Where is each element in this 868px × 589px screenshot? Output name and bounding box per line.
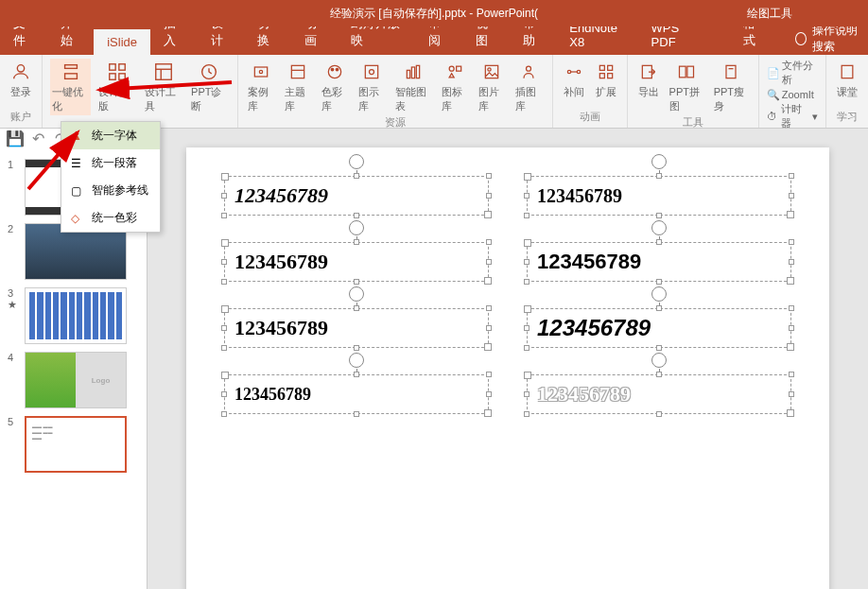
slide-canvas[interactable]: 123456789 123456789 123456789 123456789 … <box>186 147 829 589</box>
vector-lib-button[interactable]: 插图库 <box>513 59 545 115</box>
file-analysis-button[interactable]: 📄文件分析 <box>767 59 818 87</box>
svg-rect-18 <box>366 65 378 78</box>
grid-icon <box>106 61 129 83</box>
svg-rect-25 <box>485 65 497 78</box>
slim-icon <box>720 61 742 83</box>
svg-rect-13 <box>292 65 304 78</box>
rotate-handle[interactable] <box>349 286 364 302</box>
chart-lib-button[interactable]: 图示库 <box>356 59 388 115</box>
tab-islide[interactable]: iSlide <box>94 29 150 55</box>
slide-thumb-5[interactable]: 5 ▬▬ ▬▬▬▬ ▬▬▬▬ <box>0 412 147 476</box>
ribbon: 登录 账户 一键优化 设计排版 设计工具 PPT诊断 <box>0 55 868 129</box>
svg-rect-36 <box>680 66 686 78</box>
svg-rect-38 <box>726 65 736 78</box>
para-icon: ☰ <box>71 157 84 170</box>
slide-thumb-4[interactable]: 4 Logo <box>0 348 147 412</box>
rotate-handle[interactable] <box>651 286 667 302</box>
svg-point-12 <box>259 70 262 73</box>
palette-icon <box>323 61 346 83</box>
diagram-icon <box>360 61 383 83</box>
slide-thumb-3[interactable]: 3★ <box>0 284 147 348</box>
svg-rect-24 <box>457 66 461 71</box>
rotate-handle[interactable] <box>349 220 364 235</box>
svg-point-17 <box>336 68 339 71</box>
ppt-slim-button[interactable]: PPT瘦身 <box>712 59 751 115</box>
svg-point-15 <box>329 65 341 78</box>
analysis-icon: 📄 <box>767 67 778 78</box>
login-button[interactable]: 登录 <box>8 59 34 101</box>
svg-point-28 <box>567 70 570 73</box>
textbox-6[interactable]: 123456789 <box>527 242 791 282</box>
group-account: 账户 <box>10 110 31 124</box>
color-lib-button[interactable]: 色彩库 <box>320 59 351 115</box>
pic-lib-button[interactable]: 图片库 <box>477 59 508 115</box>
unify-font-item[interactable]: ▲ 统一字体 <box>61 122 160 149</box>
zoom-icon: 🔍 <box>767 89 778 100</box>
smart-chart-button[interactable]: 智能图表 <box>393 59 434 115</box>
group-anim: 动画 <box>580 110 600 124</box>
zoomit-button[interactable]: 🔍ZoomIt <box>767 89 818 100</box>
case-icon <box>250 61 272 83</box>
extend-icon <box>595 61 617 83</box>
unify-color-item[interactable]: ◇ 统一色彩 <box>61 204 160 232</box>
user-icon <box>9 61 32 83</box>
icons-icon <box>443 61 466 83</box>
svg-rect-5 <box>109 74 114 79</box>
group-study: 学习 <box>837 110 858 124</box>
ppt-join-button[interactable]: PPT拼图 <box>668 59 706 115</box>
textbox-3[interactable]: 123456789 <box>224 308 489 348</box>
canvas-area[interactable]: 123456789 123456789 123456789 123456789 … <box>148 129 868 589</box>
tell-me[interactable]: 操作说明搜索 <box>795 23 867 55</box>
unify-para-item[interactable]: ☰ 统一段落 <box>61 149 160 177</box>
textbox-2[interactable]: 123456789 <box>224 242 489 282</box>
image-icon <box>480 61 503 83</box>
save-button[interactable]: 💾 <box>8 130 23 146</box>
svg-rect-34 <box>607 74 612 78</box>
onekey-dropdown: ▲ 统一字体 ☰ 统一段落 ▢ 智能参考线 ◇ 统一色彩 <box>61 121 161 233</box>
quick-access: 💾 ↶ ↷ <box>8 130 68 146</box>
rotate-handle[interactable] <box>349 353 364 368</box>
rotate-handle[interactable] <box>651 154 667 169</box>
tween-button[interactable]: 补间 <box>561 59 587 101</box>
export-button[interactable]: 导出 <box>635 59 662 101</box>
timer-button[interactable]: ⏱计时器 ▾ <box>767 102 818 130</box>
svg-rect-33 <box>599 74 604 78</box>
ppt-diag-button[interactable]: PPT诊断 <box>189 59 230 115</box>
vector-icon <box>517 61 540 83</box>
svg-point-19 <box>370 70 374 75</box>
onekey-button[interactable]: 一键优化 <box>50 59 91 115</box>
textbox-7[interactable]: 123456789 <box>527 308 791 348</box>
group-tool: 工具 <box>683 115 703 130</box>
color-icon: ◇ <box>71 212 84 225</box>
smart-guide-item[interactable]: ▢ 智能参考线 <box>61 177 160 204</box>
design-layout-button[interactable]: 设计排版 <box>96 59 137 115</box>
svg-rect-3 <box>109 64 114 70</box>
svg-rect-6 <box>118 74 124 79</box>
tween-icon <box>563 61 585 83</box>
textbox-8[interactable]: 123456789 <box>527 374 791 414</box>
svg-point-26 <box>488 68 491 71</box>
smartchart-icon <box>402 61 425 83</box>
svg-rect-4 <box>118 64 124 70</box>
optimize-icon <box>60 61 82 83</box>
icon-lib-button[interactable]: 图标库 <box>440 59 471 115</box>
rotate-handle[interactable] <box>651 353 667 368</box>
rotate-handle[interactable] <box>349 154 364 169</box>
guide-icon: ▢ <box>71 184 84 198</box>
design-tool-button[interactable]: 设计工具 <box>143 59 183 115</box>
stethoscope-icon <box>198 61 220 83</box>
extend-button[interactable]: 扩展 <box>593 59 619 101</box>
theme-lib-button[interactable]: 主题库 <box>283 59 314 115</box>
textbox-5[interactable]: 123456789 <box>527 176 791 216</box>
rotate-handle[interactable] <box>651 220 667 235</box>
group-resource: 资源 <box>385 115 406 130</box>
textbox-1[interactable]: 123456789 <box>224 176 489 216</box>
menu-tabs: 文件 开始 iSlide 插入 设计 切换 动画 幻灯片放映 审阅 视图 帮助 … <box>0 26 868 55</box>
undo-button[interactable]: ↶ <box>30 130 45 146</box>
svg-rect-2 <box>64 74 77 79</box>
svg-rect-40 <box>842 65 853 78</box>
case-lib-button[interactable]: 案例库 <box>246 59 277 115</box>
textbox-4[interactable]: 123456789 <box>224 374 489 414</box>
tell-me-label: 操作说明搜索 <box>812 23 868 55</box>
course-button[interactable]: 课堂 <box>834 59 860 101</box>
